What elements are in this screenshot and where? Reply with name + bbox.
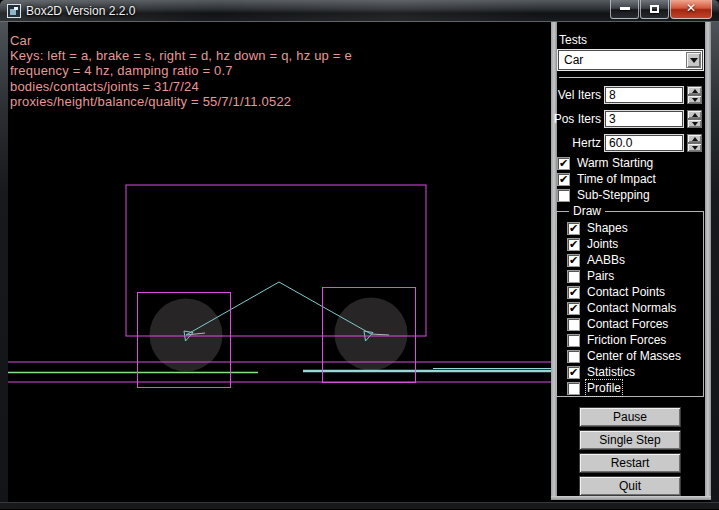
pos-iters-spinner <box>687 110 702 128</box>
restart-button[interactable]: Restart <box>579 453 681 473</box>
checked-box-icon[interactable] <box>567 238 580 251</box>
debug-text-line-3: bodies/contacts/joints = 31/7/24 <box>10 79 352 94</box>
pause-button[interactable]: Pause <box>579 407 681 427</box>
checkbox-contact-forces[interactable]: Contact Forces <box>567 316 668 332</box>
checkbox-label: Joints <box>587 237 618 251</box>
checkbox-center-of-masses[interactable]: Center of Masses <box>567 348 681 364</box>
checked-box-icon[interactable] <box>567 286 580 299</box>
checkbox-label: Center of Masses <box>587 349 681 363</box>
quit-button[interactable]: Quit <box>579 476 681 496</box>
window-border-left <box>0 22 8 502</box>
vel-iters-input[interactable] <box>604 86 684 104</box>
checkbox-label: Statistics <box>587 365 635 379</box>
chevron-down-icon <box>690 58 698 63</box>
unchecked-box-icon[interactable] <box>567 318 580 331</box>
minimize-button[interactable] <box>610 0 639 19</box>
pos-iters-spin-up[interactable] <box>687 110 702 119</box>
checkbox-aabbs[interactable]: AABBs <box>567 252 625 268</box>
debug-text: CarKeys: left = a, brake = s, right = d,… <box>10 33 352 109</box>
close-button[interactable]: ✕ <box>670 0 712 19</box>
tests-label: Tests <box>559 33 587 47</box>
minimize-icon <box>620 7 630 10</box>
checkbox-label: Profile <box>587 381 621 395</box>
checkbox-statistics[interactable]: Statistics <box>567 364 635 380</box>
window-border-right <box>711 22 719 502</box>
checkbox-label: Sub-Stepping <box>577 188 650 202</box>
tests-dropdown-value: Car <box>564 53 583 67</box>
debug-text-line-0: Car <box>10 33 352 48</box>
triangle-down-icon <box>692 98 698 102</box>
triangle-up-icon <box>692 113 698 117</box>
checkbox-label: Contact Forces <box>587 317 668 331</box>
checkbox-sub-stepping[interactable]: Sub-Stepping <box>557 187 650 203</box>
maximize-icon <box>650 5 659 13</box>
checkbox-shapes[interactable]: Shapes <box>567 220 628 236</box>
triangle-up-icon <box>692 89 698 93</box>
vel-iters-spinner <box>687 86 702 104</box>
checked-box-icon[interactable] <box>567 222 580 235</box>
hertz-row: Hertz <box>551 134 711 152</box>
hertz-input[interactable] <box>604 134 684 152</box>
tests-dropdown[interactable]: Car <box>557 49 704 71</box>
checkbox-contact-normals[interactable]: Contact Normals <box>567 300 676 316</box>
hertz-spin-down[interactable] <box>687 143 702 152</box>
unchecked-box-icon[interactable] <box>557 189 570 202</box>
unchecked-box-icon[interactable] <box>567 382 580 395</box>
draw-group-title: Draw <box>569 204 605 218</box>
checked-box-icon[interactable] <box>557 173 570 186</box>
checked-box-icon[interactable] <box>557 157 570 170</box>
hertz-label: Hertz <box>551 136 601 150</box>
triangle-down-icon <box>692 146 698 150</box>
unchecked-box-icon[interactable] <box>567 350 580 363</box>
checkbox-label: AABBs <box>587 253 625 267</box>
checkbox-label: Time of Impact <box>577 172 656 186</box>
unchecked-box-icon[interactable] <box>567 270 580 283</box>
draw-group: Draw ShapesJointsAABBsPairsContact Point… <box>556 211 704 397</box>
pos-iters-spin-down[interactable] <box>687 119 702 128</box>
vel-iters-row: Vel Iters <box>551 86 711 104</box>
checkbox-time-of-impact[interactable]: Time of Impact <box>557 171 656 187</box>
checkbox-label: Contact Points <box>587 285 665 299</box>
pos-iters-input[interactable] <box>604 110 684 128</box>
checked-box-icon[interactable] <box>567 254 580 267</box>
vel-iters-spin-up[interactable] <box>687 86 702 95</box>
close-icon: ✕ <box>671 1 711 15</box>
control-panel: Tests Car Vel Iters Pos Iters Hertz <box>551 22 711 502</box>
pos-iters-label: Pos Iters <box>551 112 601 126</box>
simulation-canvas[interactable]: CarKeys: left = a, brake = s, right = d,… <box>8 22 551 502</box>
checkbox-warm-starting[interactable]: Warm Starting <box>557 155 653 171</box>
checked-box-icon[interactable] <box>567 366 580 379</box>
hertz-spinner <box>687 134 702 152</box>
tests-dropdown-button[interactable] <box>686 52 701 68</box>
vel-iters-label: Vel Iters <box>551 88 601 102</box>
maximize-button[interactable] <box>640 0 669 19</box>
checkbox-label: Pairs <box>587 269 614 283</box>
app-icon <box>7 4 21 18</box>
debug-text-line-2: frequency = 4 hz, damping ratio = 0.7 <box>10 63 352 78</box>
unchecked-box-icon[interactable] <box>567 334 580 347</box>
panel-edge-bottom <box>551 496 711 500</box>
hertz-spin-up[interactable] <box>687 134 702 143</box>
checkbox-friction-forces[interactable]: Friction Forces <box>567 332 666 348</box>
checkbox-contact-points[interactable]: Contact Points <box>567 284 665 300</box>
debug-text-line-1: Keys: left = a, brake = s, right = d, hz… <box>10 48 352 63</box>
checked-box-icon[interactable] <box>567 302 580 315</box>
window-title: Box2D Version 2.2.0 <box>26 4 135 18</box>
triangle-up-icon <box>692 137 698 141</box>
triangle-down-icon <box>692 122 698 126</box>
pos-iters-row: Pos Iters <box>551 110 711 128</box>
checkbox-pairs[interactable]: Pairs <box>567 268 614 284</box>
window-controls: ✕ <box>610 0 712 19</box>
checkbox-label: Friction Forces <box>587 333 666 347</box>
debug-text-line-4: proxies/height/balance/quality = 55/7/1/… <box>10 94 352 109</box>
window-border-bottom <box>0 502 719 510</box>
checkbox-profile[interactable]: Profile <box>567 380 621 396</box>
checkbox-joints[interactable]: Joints <box>567 236 618 252</box>
vel-iters-spin-down[interactable] <box>687 95 702 104</box>
checkbox-label: Contact Normals <box>587 301 676 315</box>
app-window: Box2D Version 2.2.0 ✕ <box>0 0 719 510</box>
separator <box>559 77 704 78</box>
checkbox-label: Warm Starting <box>577 156 653 170</box>
single-step-button[interactable]: Single Step <box>579 430 681 450</box>
titlebar[interactable]: Box2D Version 2.2.0 ✕ <box>0 0 719 22</box>
